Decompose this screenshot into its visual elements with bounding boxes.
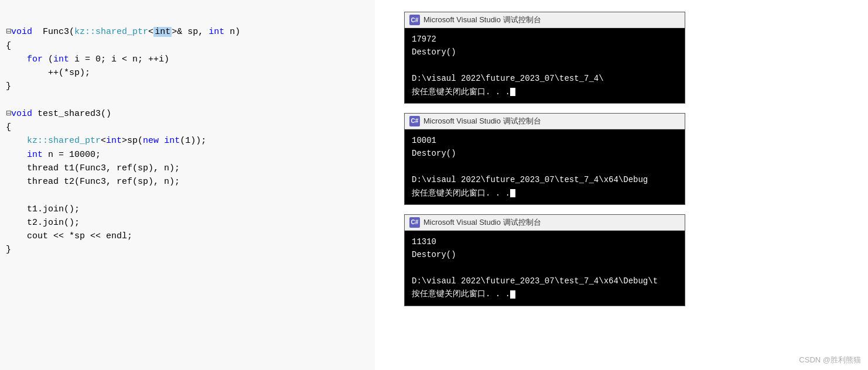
kw-int5: int: [164, 136, 180, 146]
cursor-3: [510, 290, 515, 299]
vs-icon-2: C#: [409, 116, 420, 126]
console-window-2: C# Microsoft Visual Studio 调试控制台 10001 D…: [404, 113, 685, 205]
kw-kz-shared2: kz::shared_ptr: [27, 136, 101, 146]
kw-void2: void: [11, 109, 32, 119]
console-body-3: 11310 Destory() D:\visaul 2022\future_20…: [405, 231, 685, 306]
t1-join: t1.join();: [27, 204, 80, 214]
kw-int-highlight: int: [153, 27, 172, 37]
console-title-2: Microsoft Visual Studio 调试控制台: [423, 116, 541, 126]
console-window-1: C# Microsoft Visual Studio 调试控制台 17972 D…: [404, 12, 685, 104]
console-line-1-2: [412, 59, 678, 72]
kw-for: for: [27, 54, 43, 64]
t2-join: t2.join();: [27, 218, 80, 228]
console-body-2: 10001 Destory() D:\visaul 2022\future_20…: [405, 129, 685, 204]
open-brace2: {: [6, 122, 11, 132]
console-line-2-0: 10001: [412, 134, 678, 147]
console-line-2-1: Destory(): [412, 147, 678, 160]
cout-line: cout << *sp << endl;: [27, 231, 132, 241]
watermark: CSDN @胜利熊猫: [799, 355, 861, 365]
console-titlebar-1: C# Microsoft Visual Studio 调试控制台: [405, 12, 685, 28]
console-line-3-3: D:\visaul 2022\future_2023_07\test_7_4\x…: [412, 275, 678, 287]
close-brace2: }: [6, 245, 11, 255]
kw-int6: int: [27, 150, 43, 160]
close-brace1: }: [6, 81, 11, 91]
right-panels: C# Microsoft Visual Studio 调试控制台 17972 D…: [404, 12, 855, 306]
console-title-1: Microsoft Visual Studio 调试控制台: [423, 15, 541, 25]
kw-int2: int: [209, 27, 224, 37]
console-titlebar-3: C# Microsoft Visual Studio 调试控制台: [405, 215, 685, 231]
console-line-3-0: 11310: [412, 235, 678, 248]
func3-name: Func3(: [37, 27, 74, 37]
cursor-1: [510, 88, 515, 96]
cursor-2: [510, 189, 515, 197]
kw-new: new: [143, 136, 159, 146]
console-line-1-0: 17972: [412, 33, 678, 46]
console-titlebar-2: C# Microsoft Visual Studio 调试控制台: [405, 114, 685, 129]
open-brace1: {: [6, 41, 11, 51]
console-body-1: 17972 Destory() D:\visaul 2022\future_20…: [405, 28, 685, 103]
console-line-3-1: Destory(): [412, 248, 678, 261]
console-line-1-1: Destory(): [412, 46, 678, 59]
console-line-1-4: 按任意键关闭此窗口. . .: [412, 85, 678, 98]
vs-icon-3: C#: [409, 217, 420, 228]
code-block: ⊟void Func3(kz::shared_ptr<int>& sp, int…: [6, 12, 369, 270]
console-line-2-4: 按任意键关闭此窗口. . .: [412, 187, 678, 200]
thread-t2: thread t2(Func3, ref(sp), n);: [27, 177, 180, 187]
kw-kz-shared: kz::shared_ptr: [74, 27, 148, 37]
kw-int3: int: [53, 54, 69, 64]
console-line-2-2: [412, 160, 678, 173]
console-line-3-4: 按任意键关闭此窗口. . .: [412, 287, 678, 300]
kw-int4: int: [106, 136, 122, 146]
kw-void: void: [11, 27, 32, 37]
vs-icon-1: C#: [409, 15, 420, 25]
code-panel: ⊟void Func3(kz::shared_ptr<int>& sp, int…: [0, 0, 375, 370]
collapse-icon: ⊟: [6, 27, 11, 37]
console-line-3-2: [412, 262, 678, 275]
console-title-3: Microsoft Visual Studio 调试控制台: [423, 217, 541, 228]
console-window-3: C# Microsoft Visual Studio 调试控制台 11310 D…: [404, 214, 685, 306]
body-sp: ++(*sp);: [48, 68, 90, 78]
console-line-1-3: D:\visaul 2022\future_2023_07\test_7_4\: [412, 72, 678, 85]
collapse-icon2: ⊟: [6, 109, 11, 119]
test-shared3-name: test_shared3(): [32, 109, 111, 119]
console-line-2-3: D:\visaul 2022\future_2023_07\test_7_4\x…: [412, 173, 678, 186]
thread-t1: thread t1(Func3, ref(sp), n);: [27, 163, 180, 173]
